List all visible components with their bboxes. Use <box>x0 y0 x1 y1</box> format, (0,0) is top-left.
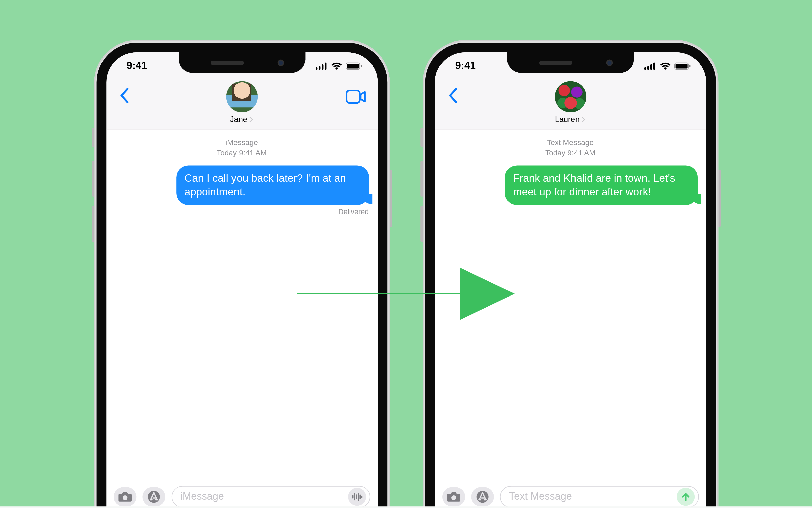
camera-icon <box>118 491 132 502</box>
back-button[interactable] <box>441 84 465 108</box>
front-camera <box>606 59 613 66</box>
svg-rect-1 <box>318 66 320 70</box>
svg-rect-19 <box>653 62 655 70</box>
send-button[interactable] <box>676 488 694 506</box>
transition-arrow-icon <box>292 261 520 329</box>
app-store-icon <box>147 490 160 504</box>
compose-bar: iMessage line{stroke:currentColor;stroke… <box>106 481 378 508</box>
message-type-label: iMessage <box>115 138 369 148</box>
camera-button[interactable] <box>113 487 136 507</box>
conversation-header: Jane <box>106 80 378 129</box>
battery-icon <box>674 62 690 70</box>
svg-rect-0 <box>315 67 317 70</box>
wifi-icon <box>660 62 670 70</box>
contact-avatar[interactable] <box>555 81 586 113</box>
cellular-icon <box>644 62 656 70</box>
camera-button[interactable] <box>442 487 465 507</box>
message-text: Can I call you back later? I'm at an app… <box>185 172 346 198</box>
input-placeholder: iMessage <box>180 491 348 503</box>
message-input[interactable]: iMessage line{stroke:currentColor;stroke… <box>171 486 370 508</box>
app-store-icon <box>476 490 489 504</box>
notch <box>179 52 305 73</box>
svg-rect-3 <box>324 62 326 70</box>
front-camera <box>277 59 284 66</box>
svg-rect-7 <box>346 90 360 103</box>
meta-time: 9:41 AM <box>568 149 595 157</box>
contact-avatar[interactable] <box>226 81 258 113</box>
sent-message-bubble[interactable]: Frank and Khalid are in town. Let's meet… <box>504 165 697 205</box>
message-meta: iMessage Today 9:41 AM <box>115 138 369 158</box>
meta-time-prefix: Today <box>545 149 566 157</box>
svg-rect-16 <box>644 67 646 70</box>
arrow-up-icon <box>681 492 690 502</box>
camera-icon <box>446 491 461 502</box>
status-time: 9:41 <box>127 60 147 72</box>
meta-time-prefix: Today <box>217 149 237 157</box>
svg-rect-17 <box>647 66 649 70</box>
conversation-header: Lauren <box>435 80 706 129</box>
wifi-icon <box>331 62 342 70</box>
svg-rect-6 <box>360 65 362 67</box>
app-drawer-button[interactable] <box>142 487 165 507</box>
message-input[interactable]: Text Message <box>500 486 699 508</box>
contact-name-label: Lauren <box>555 115 580 124</box>
svg-rect-21 <box>675 64 687 68</box>
delivered-status: Delivered <box>115 208 369 216</box>
contact-name-label: Jane <box>230 115 247 124</box>
svg-point-8 <box>122 495 127 500</box>
speaker-grille <box>539 60 572 65</box>
message-type-label: Text Message <box>443 138 698 148</box>
contact-name[interactable]: Lauren <box>555 115 586 124</box>
svg-marker-26 <box>460 268 514 320</box>
status-icons <box>644 62 690 70</box>
svg-rect-2 <box>321 64 323 70</box>
svg-rect-22 <box>689 65 690 67</box>
cellular-icon <box>315 62 327 70</box>
status-icons <box>315 62 362 70</box>
waveform-icon: line{stroke:currentColor;stroke-width:2;… <box>351 493 362 501</box>
back-button[interactable] <box>112 84 136 108</box>
chevron-right-icon <box>581 117 586 123</box>
contact-name[interactable]: Jane <box>230 115 253 124</box>
svg-point-23 <box>451 495 456 500</box>
svg-rect-5 <box>347 64 359 68</box>
svg-rect-18 <box>650 64 652 70</box>
meta-time: 9:41 AM <box>239 149 267 157</box>
battery-icon <box>345 62 362 70</box>
facetime-button[interactable] <box>344 86 368 108</box>
speaker-grille <box>210 60 243 65</box>
audio-message-button[interactable]: line{stroke:currentColor;stroke-width:2;… <box>348 488 366 506</box>
app-drawer-button[interactable] <box>471 487 494 507</box>
compose-bar: Text Message <box>435 481 706 508</box>
input-placeholder: Text Message <box>509 491 676 503</box>
chevron-right-icon <box>248 117 253 123</box>
notch <box>507 52 634 73</box>
message-text: Frank and Khalid are in town. Let's meet… <box>513 172 675 198</box>
message-meta: Text Message Today 9:41 AM <box>443 138 698 158</box>
sent-message-bubble[interactable]: Can I call you back later? I'm at an app… <box>176 165 369 205</box>
status-time: 9:41 <box>455 60 476 72</box>
ground-bar <box>0 506 812 508</box>
